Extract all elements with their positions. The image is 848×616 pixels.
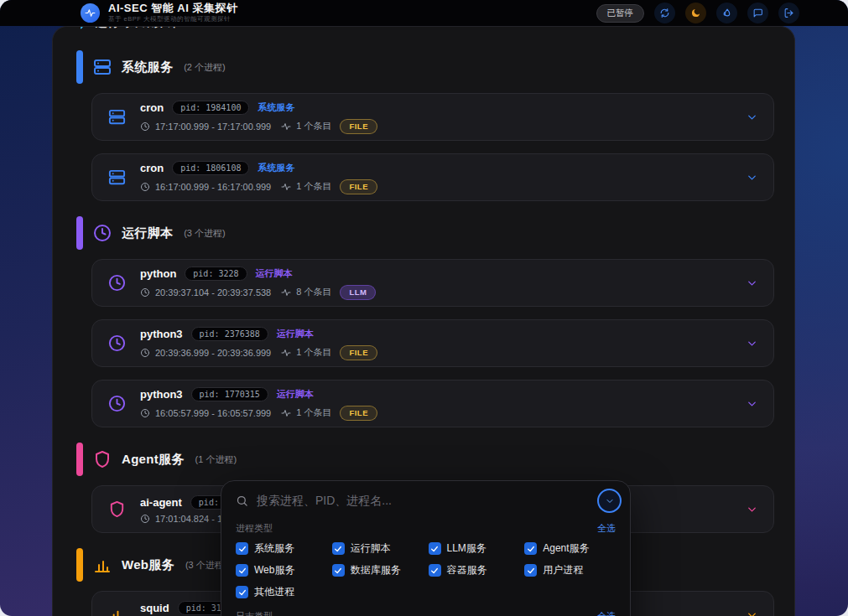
probe-icon (76, 26, 89, 29)
process-time-range: 20:39:36.999 - 20:39:36.999 (155, 348, 271, 358)
process-category-tag: 运行脚本 (277, 328, 314, 340)
chevron-down-icon[interactable] (746, 397, 758, 410)
status-paused-pill[interactable]: 已暂停 (596, 4, 645, 23)
app-header: AI-SEC 智能 AI 采集探针 基于 eBPF 大模型驱动的智能可观测探针 … (0, 0, 848, 26)
filter-checkbox-item[interactable]: Web服务 (236, 563, 327, 577)
process-card[interactable]: python3 pid: 2376388 运行脚本 20:39:36.999 -… (91, 319, 774, 367)
checkbox-label: 运行脚本 (351, 541, 391, 556)
log-type-badge: LLM (340, 285, 376, 300)
group-count: (3 个进程) (184, 227, 226, 240)
checkbox-label: 容器服务 (447, 563, 487, 577)
process-name: squid (140, 602, 169, 614)
process-category-tag: 运行脚本 (256, 267, 293, 280)
checkbox-checked-icon (429, 564, 441, 577)
process-entry-count: 1 个条目 (296, 180, 331, 193)
chevron-down-icon[interactable] (746, 111, 758, 123)
header-controls: 已暂停 (596, 3, 800, 23)
process-card-body: cron pid: 1984100 系统服务 17:17:00.999 - 17… (140, 101, 377, 134)
process-card[interactable]: python pid: 3228 运行脚本 20:39:37.104 - 20:… (91, 259, 774, 307)
group-color-bar (76, 548, 83, 582)
group-count: (1 个进程) (195, 453, 237, 466)
process-type-section: 进程类型 全选 系统服务 运行脚本 LLM服务 Agent服务 Web服务 (221, 522, 630, 599)
checkbox-label: LLM服务 (447, 541, 486, 556)
process-entry-count: 1 个条目 (296, 346, 331, 359)
header-titles: AI-SEC 智能 AI 采集探针 基于 eBPF 大模型驱动的智能可观测探针 (108, 3, 237, 23)
clock-icon (140, 287, 150, 298)
log-type-badge: FILE (340, 406, 377, 421)
process-group: 运行脚本 (3 个进程) python pid: 3228 运行脚本 20:39… (76, 218, 774, 427)
filter-checkbox-item[interactable]: 其他进程 (236, 585, 327, 599)
process-name: python (140, 267, 176, 280)
app-title: AI-SEC 智能 AI 采集探针 (108, 3, 237, 15)
process-icon (107, 273, 127, 292)
refresh-icon[interactable] (654, 3, 675, 23)
group-title: 系统服务 (122, 60, 173, 75)
chevron-down-icon[interactable] (746, 277, 758, 289)
filter-checkbox-item[interactable]: 用户进程 (524, 563, 616, 577)
process-entry-count: 1 个条目 (296, 120, 331, 132)
process-icon (107, 500, 127, 519)
chevron-down-icon[interactable] (746, 608, 758, 616)
group-header: 运行脚本 (3 个进程) (76, 218, 774, 248)
process-name: ai-agent (140, 496, 182, 509)
process-icon (107, 334, 127, 353)
process-card[interactable]: cron pid: 1806108 系统服务 16:17:00.999 - 16… (91, 153, 774, 201)
checkbox-checked-icon (429, 542, 441, 555)
process-pid-pill: pid: 1806108 (172, 161, 249, 175)
filter-checkbox-item[interactable]: LLM服务 (429, 541, 520, 556)
checkbox-checked-icon (332, 564, 345, 577)
filter-checkbox-item[interactable]: 运行脚本 (332, 541, 424, 556)
clipped-section-title: 运行时采集探针 (96, 26, 178, 30)
log-type-badge: FILE (340, 345, 377, 360)
process-pid-pill: pid: 1770315 (191, 387, 268, 401)
process-icon (107, 168, 127, 187)
activity-pulse-icon (281, 408, 291, 418)
process-icon (107, 605, 127, 616)
checkbox-label: Web服务 (254, 563, 294, 577)
process-card[interactable]: cron pid: 1984100 系统服务 17:17:00.999 - 17… (91, 93, 774, 141)
process-time-range: 20:39:37.104 - 20:39:37.538 (155, 287, 271, 298)
filter-checkbox-item[interactable]: Agent服务 (524, 541, 616, 556)
chevron-down-icon[interactable] (746, 337, 758, 349)
checkbox-checked-icon (332, 542, 345, 555)
chevron-down-icon[interactable] (746, 171, 758, 184)
logout-icon[interactable] (778, 3, 799, 23)
app-logo-activity-icon (81, 3, 100, 23)
group-color-bar (76, 443, 83, 476)
group-icon (92, 223, 112, 243)
process-name: cron (140, 101, 164, 114)
filter-checkbox-item[interactable]: 容器服务 (429, 563, 520, 577)
group-count: (2 个进程) (184, 61, 226, 74)
group-icon (92, 555, 112, 575)
process-name: cron (140, 162, 164, 174)
group-header: Agent服务 (1 个进程) (76, 444, 774, 474)
log-type-select-all[interactable]: 全选 (597, 610, 616, 616)
checkbox-label: 数据库服务 (351, 563, 401, 577)
process-type-label: 进程类型 (236, 522, 273, 535)
chevron-down-icon[interactable] (746, 503, 758, 515)
moon-theme-icon[interactable] (685, 3, 706, 23)
process-card[interactable]: python3 pid: 1770315 运行脚本 16:05:57.999 -… (91, 380, 774, 427)
filter-checkbox-item[interactable]: 数据库服务 (332, 563, 424, 577)
chat-icon[interactable] (747, 3, 768, 23)
checkbox-label: Agent服务 (543, 541, 589, 556)
collapse-panel-button[interactable] (597, 489, 622, 513)
group-color-bar (76, 50, 83, 84)
app-window: AI-SEC 智能 AI 采集探针 基于 eBPF 大模型驱动的智能可观测探针 … (0, 0, 848, 616)
process-name: python3 (140, 328, 183, 340)
group-title: Web服务 (122, 557, 174, 573)
clock-icon (140, 122, 150, 132)
process-category-tag: 系统服务 (258, 101, 294, 114)
droplets-icon[interactable] (716, 3, 737, 23)
search-input[interactable] (257, 494, 586, 507)
process-type-grid: 系统服务 运行脚本 LLM服务 Agent服务 Web服务 数据库服务 (236, 541, 616, 599)
clock-icon (140, 348, 150, 358)
process-type-select-all[interactable]: 全选 (597, 522, 616, 535)
process-category-tag: 系统服务 (258, 162, 294, 174)
clipped-section-header: 运行时采集探针 (76, 26, 774, 35)
filter-checkbox-item[interactable]: 系统服务 (236, 541, 327, 556)
process-time-range: 17:17:00.999 - 17:17:00.999 (155, 122, 271, 132)
process-group: 系统服务 (2 个进程) cron pid: 1984100 系统服务 17:1… (76, 52, 774, 201)
process-entry-count: 1 个条目 (296, 406, 331, 419)
process-pid-pill: pid: 2376388 (191, 327, 268, 341)
